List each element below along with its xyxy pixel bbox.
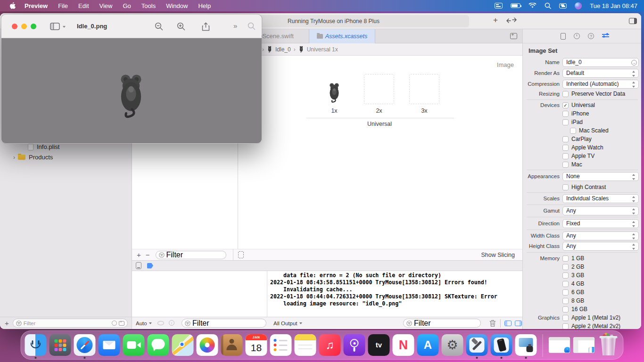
console-filter-field[interactable]: Filter [403, 319, 481, 328]
checkbox-row-2-gb[interactable]: 2 GB [562, 263, 640, 271]
memory-gauge-icon[interactable] [136, 262, 141, 269]
checkbox-row-mac-scaled[interactable]: Mac Scaled [562, 126, 640, 135]
minimize-button[interactable] [21, 24, 27, 29]
checkbox[interactable] [562, 281, 569, 287]
dock-launchpad-icon[interactable] [50, 334, 71, 359]
checkbox-row-4-gb[interactable]: 4 GB [562, 280, 640, 288]
checkbox-row-iphone[interactable]: iPhone [562, 109, 640, 118]
navigator-item-info-plist[interactable]: Info.plist [0, 143, 132, 151]
navigator-filter-field[interactable]: Filter [13, 319, 128, 328]
dock-news-icon[interactable]: N [393, 334, 414, 359]
display-status-icon[interactable] [495, 3, 503, 8]
width-class-dropdown[interactable]: Any [562, 231, 639, 240]
menu-item-tools[interactable]: Tools [136, 2, 161, 9]
toggle-variables-view-button[interactable] [504, 321, 512, 326]
menu-item-window[interactable]: Window [161, 2, 193, 9]
name-field[interactable]: Idle_0 → [562, 58, 639, 67]
library-add-button[interactable]: + [490, 16, 501, 25]
toggle-inspector-button[interactable] [629, 18, 637, 24]
jump-to-asset-icon[interactable]: → [631, 60, 637, 66]
wifi-icon[interactable] [528, 3, 537, 8]
checkbox[interactable] [562, 91, 569, 97]
checkbox[interactable] [562, 136, 569, 142]
dock-mail-icon[interactable] [99, 334, 120, 359]
checkbox-row-carplay[interactable]: CarPlay [562, 135, 640, 143]
scales-dropdown[interactable]: Individual Scales [562, 194, 639, 203]
console-output-dropdown[interactable]: All Output [273, 317, 302, 329]
menu-item-help[interactable]: Help [193, 2, 216, 9]
breadcrumb-universal-1x[interactable]: Universal 1x [307, 46, 338, 53]
share-icon[interactable] [202, 22, 210, 31]
compression-dropdown[interactable]: Inherited (Automatic) [562, 80, 639, 89]
clear-console-icon[interactable] [489, 320, 496, 327]
search-icon[interactable] [248, 22, 256, 30]
dock-safari-icon[interactable] [74, 334, 96, 359]
direction-dropdown[interactable]: Fixed [562, 219, 639, 228]
menu-item-view[interactable]: View [94, 2, 118, 9]
tab-assets-xcassets[interactable]: Assets.xcassets [309, 29, 375, 43]
dock-trash-icon[interactable] [598, 334, 619, 359]
gamut-dropdown[interactable]: Any [562, 206, 639, 215]
history-inspector-tab-icon[interactable] [574, 33, 580, 39]
toolbar-overflow-icon[interactable]: » [233, 22, 237, 30]
disclosure-chevron-icon[interactable]: › [13, 154, 15, 161]
dock-calendar-icon[interactable]: JAN18 [246, 334, 267, 359]
image-slot-3x[interactable] [409, 74, 439, 104]
menu-item-edit[interactable]: Edit [73, 2, 94, 9]
checkbox-row-apple-tv[interactable]: Apple TV [562, 152, 640, 160]
menu-item-go[interactable]: Go [117, 2, 136, 9]
checkbox[interactable] [562, 306, 569, 313]
checkbox-row-mac[interactable]: Mac [562, 160, 640, 169]
dock-photos-icon[interactable] [197, 334, 218, 359]
checkbox[interactable] [562, 153, 569, 159]
checkbox[interactable] [562, 298, 569, 304]
navigator-item-products[interactable]: › Products [0, 153, 132, 161]
checkbox[interactable] [562, 111, 569, 117]
zoom-in-icon[interactable] [177, 22, 185, 31]
checkbox-row-8-gb[interactable]: 8 GB [562, 296, 640, 305]
dock-appstore-icon[interactable]: A [417, 334, 439, 359]
checkbox[interactable] [562, 184, 569, 190]
checkbox-row-apple-1-metal-1v2-[interactable]: Apple 1 (Metal 1v2) [562, 313, 640, 322]
height-class-dropdown[interactable]: Any [562, 242, 639, 251]
quicklook-icon[interactable] [157, 321, 164, 325]
zoom-out-icon[interactable] [155, 22, 163, 31]
checkbox-row-6-gb[interactable]: 6 GB [562, 288, 640, 296]
image-slot-1x[interactable] [328, 79, 340, 106]
variables-scope-dropdown[interactable]: Auto [136, 317, 152, 329]
sidebar-toggle-icon[interactable] [50, 23, 60, 30]
dock-contacts-icon[interactable] [221, 334, 243, 359]
apple-menu-icon[interactable] [9, 2, 16, 9]
zoom-button[interactable] [31, 24, 36, 29]
asset-filter-field[interactable]: Filter [156, 251, 226, 259]
remove-asset-button[interactable]: − [146, 251, 150, 259]
checkbox-row-universal[interactable]: ✓Universal [562, 101, 640, 109]
show-slicing-button[interactable]: Show Slicing [481, 252, 515, 258]
checkbox-row-1-gb[interactable]: 1 GB [562, 254, 640, 263]
breakpoint-icon[interactable] [147, 263, 153, 269]
dock-system-preferences-icon[interactable]: ⚙ [442, 334, 463, 359]
preview-image-canvas[interactable] [1, 38, 262, 144]
print-description-icon[interactable]: i [169, 320, 174, 326]
attributes-inspector-tab-icon[interactable] [602, 33, 609, 39]
dock-notes-icon[interactable] [295, 334, 316, 359]
checkbox-row-3-gb[interactable]: 3 GB [562, 271, 640, 280]
dock-minimized-finder-window[interactable] [573, 334, 595, 356]
dock-xcode-icon[interactable] [466, 334, 488, 359]
scm-filter-icon[interactable] [119, 321, 124, 326]
render-as-dropdown[interactable]: Default [562, 69, 639, 78]
dock-simulator-icon[interactable] [491, 334, 512, 359]
back-forward-buttons[interactable] [505, 17, 518, 24]
dock-finder-icon[interactable] [25, 334, 47, 359]
dock-minimized-safari-window[interactable] [549, 334, 570, 356]
breadcrumb-idle0[interactable]: Idle_0 [275, 46, 291, 53]
checkbox[interactable] [562, 264, 569, 270]
menu-item-file[interactable]: File [53, 2, 73, 9]
checkbox-row-preserve-vector-data[interactable]: Preserve Vector Data [562, 90, 640, 98]
checkbox-row-16-gb[interactable]: 16 GB [562, 305, 640, 313]
checkbox-row-ipad[interactable]: iPad [562, 118, 640, 126]
menu-bar-clock[interactable]: Tue 18 Jan 08:47 [590, 2, 637, 9]
checkbox-row-apple-watch[interactable]: Apple Watch [562, 143, 640, 152]
checkbox[interactable] [562, 323, 569, 329]
slicing-icon[interactable] [238, 251, 244, 258]
